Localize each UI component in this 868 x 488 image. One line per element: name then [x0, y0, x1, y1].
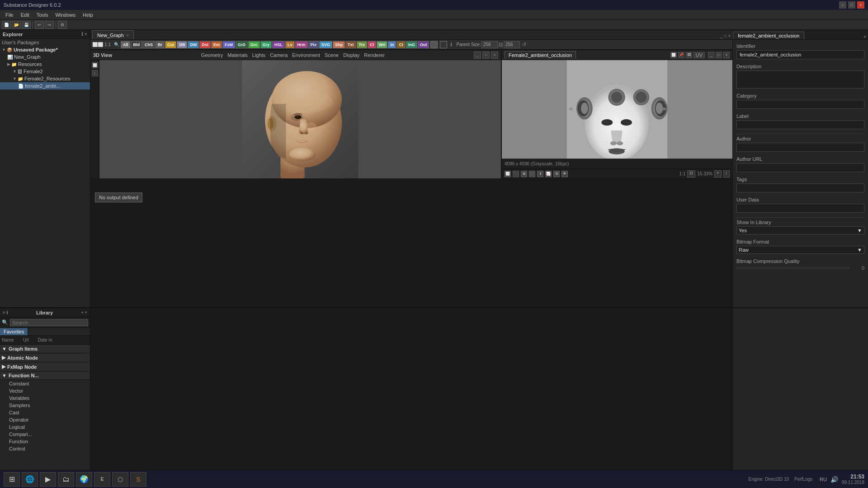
- tree-female2-ambi[interactable]: 📄 female2_ambi...: [0, 82, 90, 89]
- folder-button[interactable]: 🗂: [58, 472, 74, 487]
- bitmap-format-select[interactable]: Raw ▼: [736, 246, 864, 254]
- lib-operator[interactable]: Operator: [0, 416, 90, 423]
- materials-menu[interactable]: Materials: [227, 52, 248, 58]
- graph-tab-new[interactable]: New_Graph ×: [92, 30, 134, 39]
- graph-minimize-icon[interactable]: _: [720, 33, 723, 38]
- lib-samplers[interactable]: Samplers: [0, 402, 90, 409]
- tree-unsaved-package[interactable]: ▼ 📦 Unsaved Package*: [0, 46, 90, 53]
- refresh-icon[interactable]: ↺: [522, 42, 526, 47]
- tex-icon3[interactable]: 🖼: [686, 52, 692, 58]
- 3d-view-close[interactable]: ×: [491, 52, 498, 59]
- filter-cl-btn[interactable]: Cl: [368, 41, 376, 48]
- parent-size-input[interactable]: 256: [481, 41, 498, 48]
- filter-br-btn[interactable]: Br: [156, 41, 165, 48]
- side-btn1[interactable]: ⬜: [92, 62, 98, 68]
- camera-menu[interactable]: Camera: [270, 52, 288, 58]
- filter-grd-btn[interactable]: GrD: [236, 41, 248, 48]
- tree-new-graph[interactable]: 📊 New_Graph: [0, 53, 90, 61]
- props-tab-active[interactable]: female2_ambient_occlusion: [733, 32, 804, 39]
- filter-hrm-btn[interactable]: Hrm: [295, 41, 308, 48]
- filter-chs-btn[interactable]: ChS: [142, 41, 155, 48]
- minimize-button[interactable]: −: [839, 1, 846, 9]
- 3d-canvas[interactable]: [99, 60, 501, 178]
- zoom-icon[interactable]: 🔍: [113, 42, 120, 47]
- settings-button[interactable]: ⚙: [58, 21, 67, 29]
- filter-in-btn[interactable]: In: [388, 41, 396, 48]
- filter-fxm-btn[interactable]: FxM: [222, 41, 235, 48]
- filter-em-btn[interactable]: Em: [211, 41, 222, 48]
- tex-color-btn2[interactable]: ⬛: [513, 171, 519, 177]
- filter-bld-btn[interactable]: Bld: [131, 41, 142, 48]
- filter-ct-btn[interactable]: Ct: [396, 41, 406, 48]
- menu-help[interactable]: Help: [79, 11, 97, 19]
- tags-value[interactable]: [736, 183, 864, 192]
- lib-compari[interactable]: Compari...: [0, 431, 90, 438]
- filter-trs-btn[interactable]: Trs: [357, 41, 368, 48]
- texture-canvas[interactable]: ◀ ▶: [502, 60, 732, 159]
- browser-button[interactable]: 🌐: [22, 472, 38, 487]
- tree-female2[interactable]: ▼ 🖼 Female2: [0, 68, 90, 75]
- tree-resources[interactable]: ▶ 📁 Resources: [0, 61, 90, 68]
- open-button[interactable]: 📂: [12, 21, 21, 29]
- zoom-in-btn[interactable]: +: [714, 170, 721, 178]
- tex-grid-btn[interactable]: ⊞: [521, 171, 527, 177]
- lib-nav-icon[interactable]: ≡: [3, 310, 5, 315]
- display-menu[interactable]: Display: [343, 52, 359, 58]
- tex-graph-btn[interactable]: 📈: [545, 171, 552, 177]
- lib-graph-items[interactable]: ▼ Graph Items: [0, 345, 90, 353]
- filter-dw-btn[interactable]: DW: [188, 41, 199, 48]
- lib-fxmap-node[interactable]: ▶ FxMap Node: [0, 362, 90, 371]
- lib-function-node[interactable]: ▼ Function N...: [0, 371, 90, 380]
- texture-title[interactable]: Female2_ambient_occlusion: [505, 51, 576, 59]
- map-button[interactable]: 🌍: [76, 472, 92, 487]
- volume-icon[interactable]: 🔊: [830, 476, 838, 483]
- author-value[interactable]: [736, 143, 864, 152]
- filter-pix-btn[interactable]: Pix: [308, 41, 319, 48]
- label-field-value[interactable]: [736, 120, 864, 129]
- lib-cast[interactable]: Cast: [0, 409, 90, 416]
- lights-menu[interactable]: Lights: [252, 52, 265, 58]
- filter-shp-btn[interactable]: Shp: [333, 41, 345, 48]
- tex-color-btn1[interactable]: ⬜: [505, 171, 511, 177]
- filter-grc-btn[interactable]: Grc: [248, 41, 260, 48]
- filter-wri-btn[interactable]: Wri: [377, 41, 387, 48]
- tex-close[interactable]: ×: [723, 52, 730, 58]
- new-button[interactable]: 📄: [2, 21, 11, 29]
- category-value[interactable]: [736, 100, 864, 109]
- author-url-value[interactable]: [736, 163, 864, 172]
- favorites-tab[interactable]: Favorites: [0, 328, 28, 335]
- user-data-value[interactable]: [736, 204, 864, 213]
- sd-button[interactable]: S: [130, 472, 146, 487]
- graph-maximize-icon[interactable]: □: [724, 33, 726, 38]
- info-icon[interactable]: ℹ: [450, 42, 452, 47]
- 3d-view-icon2[interactable]: □: [482, 52, 490, 59]
- filter-txt-btn[interactable]: Txt: [345, 41, 356, 48]
- explorer-close-icon[interactable]: ×: [85, 31, 87, 37]
- redo-button[interactable]: ↪: [45, 21, 54, 29]
- menu-windows[interactable]: Windows: [52, 11, 79, 19]
- tex-icon1[interactable]: ⬜: [670, 52, 677, 58]
- lib-atomic-node[interactable]: ▶ Atomic Node: [0, 353, 90, 362]
- filter-cur-btn[interactable]: Cur: [165, 41, 177, 48]
- environment-menu[interactable]: Environment: [292, 52, 320, 58]
- menu-file[interactable]: File: [2, 11, 17, 19]
- lib-constant[interactable]: Constant: [0, 380, 90, 387]
- filter-all-btn[interactable]: All: [121, 41, 131, 48]
- white-square-btn[interactable]: [430, 41, 438, 48]
- media-button[interactable]: ▶: [40, 472, 56, 487]
- save-button[interactable]: 💾: [22, 21, 31, 29]
- maximize-button[interactable]: □: [848, 1, 855, 9]
- tex-vis-btn[interactable]: 👁: [561, 171, 568, 177]
- scene-menu[interactable]: Scene: [325, 52, 339, 58]
- tex-frame-btn[interactable]: ⬚: [529, 171, 535, 177]
- lib-control[interactable]: Control: [0, 445, 90, 452]
- lib-logical[interactable]: Logical: [0, 423, 90, 431]
- epic-button[interactable]: E: [94, 472, 110, 487]
- lib-function[interactable]: Function: [0, 438, 90, 445]
- description-value[interactable]: [736, 70, 864, 89]
- filter-svg-btn[interactable]: SVG: [319, 41, 332, 48]
- renderer-menu[interactable]: Renderer: [364, 52, 385, 58]
- tex-icon2[interactable]: 📌: [678, 52, 684, 58]
- undo-button[interactable]: ↩: [35, 21, 44, 29]
- filter-gry-btn[interactable]: Gry: [260, 41, 272, 48]
